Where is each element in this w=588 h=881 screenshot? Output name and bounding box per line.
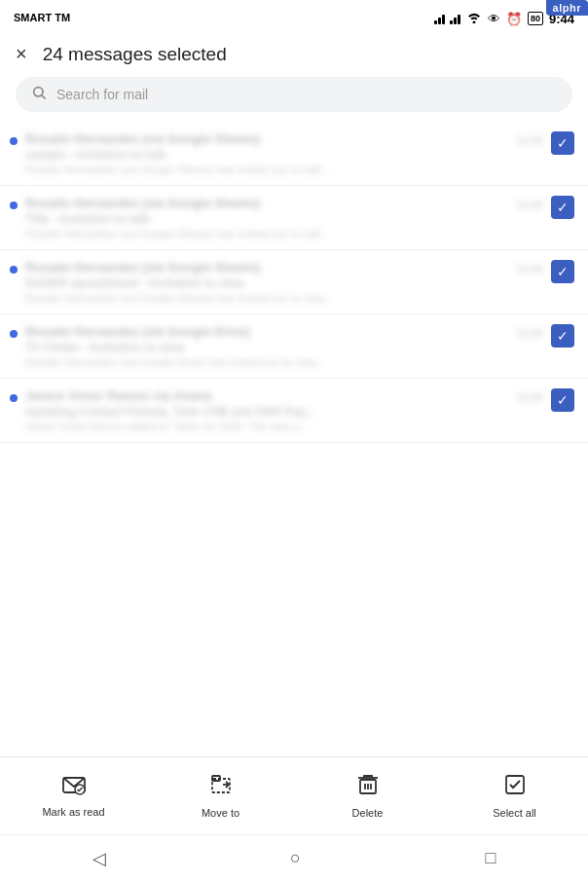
email-preview-3: Rosalie Hernandez (via Google Sheets) ha… [25, 292, 543, 304]
back-button[interactable]: ◁ [73, 842, 126, 875]
mark-as-read-button[interactable]: Mark as read [0, 774, 147, 818]
alphr-badge: alphr [546, 0, 588, 16]
email-item-4[interactable]: Rosalie Hernandez (via Google Drive) 11:… [0, 314, 588, 379]
move-to-label: Move to [202, 807, 239, 819]
checkbox-5[interactable]: ✓ [551, 388, 574, 412]
battery-indicator: 80 [528, 12, 543, 25]
email-time-2: 11:33 [516, 199, 543, 210]
checkbox-3[interactable]: ✓ [551, 260, 574, 283]
unread-dot-5 [10, 394, 18, 402]
email-sender-5: Janice Victor Ramos via Asana [25, 388, 211, 403]
email-list: Rosalie Hernandez (via Google Sheets) 11… [0, 122, 588, 443]
search-bar[interactable]: Search for mail [16, 77, 572, 112]
move-to-button[interactable]: Move to [147, 773, 294, 819]
checkbox-4[interactable]: ✓ [551, 324, 574, 348]
header-title: 24 messages selected [43, 44, 227, 65]
email-sender-3: Rosalie Hernandez (via Google Sheets) [25, 260, 260, 275]
wifi-icon [466, 12, 482, 26]
checkbox-2[interactable]: ✓ [551, 196, 574, 219]
email-time-3: 11:33 [516, 263, 543, 275]
email-preview-4: Rosalie Hernandez (via Google Drive) has… [25, 356, 543, 368]
unread-dot-3 [10, 266, 18, 274]
recent-button[interactable]: □ [465, 842, 515, 874]
email-content-3: Rosalie Hernandez (via Google Sheets) 11… [25, 260, 543, 304]
email-subject-4: TV Folder - Invitation to view [25, 341, 543, 354]
checkbox-1[interactable]: ✓ [551, 131, 574, 155]
delete-icon [357, 773, 379, 802]
mark-as-read-icon [61, 774, 87, 801]
mark-as-read-label: Mark as read [42, 806, 104, 818]
app-header: × 24 messages selected [0, 35, 588, 73]
select-all-icon [503, 773, 527, 802]
email-subject-5: Updating Contact Pamela, Task 1786 and 2… [25, 405, 543, 419]
alarm-icon: ⏰ [506, 12, 522, 26]
move-to-icon [209, 773, 233, 802]
email-item-1[interactable]: Rosalie Hernandez (via Google Sheets) 11… [0, 122, 588, 186]
email-subject-2: Title - Invitation to edit [25, 212, 543, 226]
unread-dot-1 [10, 137, 18, 145]
search-icon [31, 85, 47, 104]
email-time-5: 11:33 [516, 391, 543, 403]
email-item-5[interactable]: Janice Victor Ramos via Asana 11:33 Upda… [0, 379, 588, 443]
delete-label: Delete [352, 807, 384, 819]
carrier-text: SMART TM [14, 12, 70, 24]
email-sender-4: Rosalie Hernandez (via Google Drive) [25, 324, 250, 339]
email-content-2: Rosalie Hernandez (via Google Sheets) 11… [25, 196, 543, 239]
email-content-5: Janice Victor Ramos via Asana 11:33 Upda… [25, 388, 543, 432]
email-content-4: Rosalie Hernandez (via Google Drive) 11:… [25, 324, 543, 368]
email-preview-2: Rosalie Hernandez (via Google Sheets) ha… [25, 228, 543, 239]
email-preview-1: Rosalie Hernandez (via Google Sheets) ha… [25, 164, 543, 175]
email-content-1: Rosalie Hernandez (via Google Sheets) 11… [25, 131, 543, 175]
select-all-label: Select all [493, 807, 536, 819]
navigation-bar: ◁ ○ □ [0, 834, 588, 881]
email-time-1: 11:33 [516, 134, 543, 146]
select-all-button[interactable]: Select all [441, 773, 588, 819]
bottom-action-bar: Mark as read Move to Delete [0, 756, 588, 834]
email-subject-3: DAHER spreadsheet - Invitation to view [25, 276, 543, 290]
close-button[interactable]: × [16, 43, 27, 65]
unread-dot-2 [10, 202, 18, 209]
email-sender-2: Rosalie Hernandez (via Google Sheets) [25, 196, 260, 210]
home-button[interactable]: ○ [271, 842, 320, 874]
email-subject-1: sample - Invitation to edit [25, 148, 543, 162]
email-preview-5: Janice Victor Ramos added to: Tasks for … [25, 421, 543, 432]
svg-line-1 [42, 95, 46, 99]
eye-icon: 👁 [488, 12, 500, 26]
email-time-4: 11:33 [516, 327, 543, 339]
email-sender-1: Rosalie Hernandez (via Google Sheets) [25, 131, 260, 146]
search-input[interactable]: Search for mail [56, 87, 148, 102]
svg-point-0 [34, 88, 43, 96]
unread-dot-4 [10, 330, 18, 338]
delete-button[interactable]: Delete [294, 773, 441, 819]
signal-icon [434, 13, 460, 24]
email-item-2[interactable]: Rosalie Hernandez (via Google Sheets) 11… [0, 186, 588, 250]
status-bar: SMART TM 👁 ⏰ 80 9:44 [0, 0, 588, 35]
email-item-3[interactable]: Rosalie Hernandez (via Google Sheets) 11… [0, 250, 588, 314]
